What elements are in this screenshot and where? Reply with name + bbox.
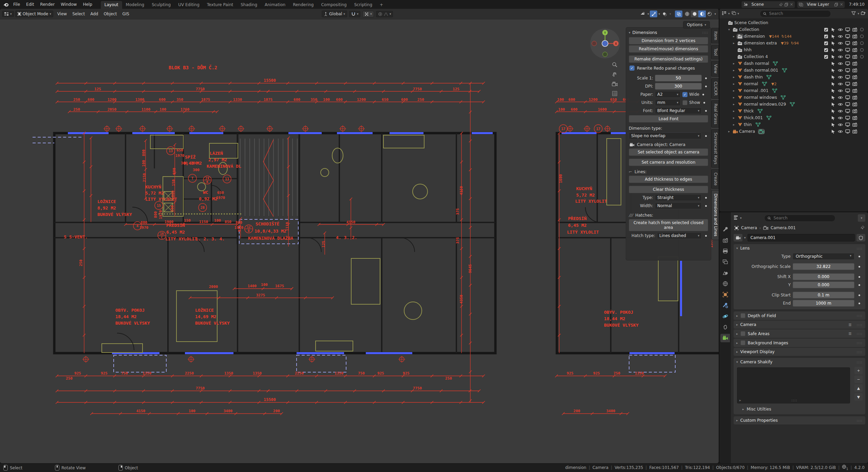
duplicate-icon[interactable] <box>834 3 838 6</box>
viewport-disable-toggle[interactable] <box>844 95 851 99</box>
panel-header[interactable]: ▸Camera☰:::: <box>734 321 865 329</box>
properties-tab-object-data[interactable] <box>720 334 730 342</box>
expand-caret-icon[interactable]: ▸ <box>732 41 736 45</box>
view-layer-name[interactable]: View Layer <box>805 2 833 7</box>
exclude-checkbox[interactable] <box>823 48 830 52</box>
render-disable-toggle[interactable] <box>851 82 858 86</box>
hide-toggle[interactable] <box>837 55 844 59</box>
clear-thickness-button[interactable]: Clear thickness <box>629 186 708 193</box>
lens-panel-header[interactable]: ▾Lens:::: <box>734 244 865 252</box>
selectable-toggle[interactable] <box>830 82 837 86</box>
render-disable-toggle[interactable] <box>851 34 858 38</box>
properties-search[interactable] <box>764 215 835 222</box>
render-disable-toggle[interactable] <box>851 28 858 32</box>
viewport-disable-toggle[interactable] <box>844 41 851 45</box>
realtime-dimensions-button[interactable]: Realtime(mouse) dimensions <box>629 45 708 53</box>
camera-datablock-icon[interactable] <box>734 234 742 241</box>
outliner-row[interactable]: ▸thick <box>720 108 867 114</box>
hide-toggle[interactable] <box>837 41 844 45</box>
viewport-disable-toggle[interactable] <box>844 75 851 79</box>
outliner-row[interactable]: ▸dash normal.001 <box>720 67 867 74</box>
outliner-row[interactable]: ▸thick.001 <box>720 114 867 121</box>
viewport-disable-toggle[interactable] <box>844 48 851 52</box>
set-camera-resolution-button[interactable]: Set camera and resolution <box>629 159 708 166</box>
sidebar-tab-view[interactable]: View <box>711 61 719 77</box>
selectable-toggle[interactable] <box>830 109 837 113</box>
workspace-tab-texture-paint[interactable]: Texture Paint <box>203 1 237 9</box>
expand-caret-icon[interactable]: ▸ <box>732 75 736 79</box>
workspace-tab-modeling[interactable]: Modeling <box>122 1 148 9</box>
workspace-tab-uv-editing[interactable]: UV Editing <box>174 1 203 9</box>
selectable-toggle[interactable] <box>830 116 837 120</box>
expand-caret-icon[interactable]: ▸ <box>732 35 736 38</box>
sidebar-tab-tool[interactable]: Tool <box>711 45 719 59</box>
hatch-type-dropdown[interactable]: Lines dashed▾ <box>657 232 702 239</box>
camera-view-icon[interactable] <box>612 81 618 88</box>
render-disable-toggle[interactable] <box>851 109 858 113</box>
properties-tab-physics[interactable] <box>720 312 730 321</box>
viewport-disable-toggle[interactable] <box>844 129 851 133</box>
viewport-disable-toggle[interactable] <box>844 82 851 86</box>
set-selected-camera-button[interactable]: Set selected object as camera <box>629 148 708 156</box>
expand-caret-icon[interactable]: ▾ <box>727 28 731 31</box>
selectable-toggle[interactable] <box>830 28 837 32</box>
selectable-toggle[interactable] <box>830 41 837 46</box>
move-down-button[interactable]: ▼ <box>854 393 863 401</box>
panel-checkbox[interactable] <box>740 331 746 336</box>
properties-tab-modifiers[interactable] <box>720 301 730 310</box>
pin-icon[interactable] <box>779 3 783 6</box>
dimension-type-dropdown[interactable]: Slope no overlap▾ <box>629 132 702 139</box>
outliner-search[interactable] <box>760 10 831 17</box>
hide-toggle[interactable] <box>837 35 844 38</box>
render-disable-toggle[interactable] <box>851 123 858 127</box>
scale-field[interactable]: 50 <box>655 75 702 81</box>
workspace-tab-layout[interactable]: Layout <box>101 1 122 9</box>
selectable-toggle[interactable] <box>830 55 837 59</box>
3d-viewport[interactable]: ▾ Object Mode ▾ ViewSelectAddObjectGIS G… <box>0 9 719 463</box>
selectable-toggle[interactable] <box>830 61 837 66</box>
snap-toggle[interactable]: ▾ <box>362 11 374 17</box>
viewport-disable-toggle[interactable] <box>844 109 851 113</box>
sidebar-tab-clickr[interactable]: CLICKR <box>711 78 719 99</box>
selectability-visibility-dropdown[interactable] <box>639 11 646 17</box>
render-disable-toggle[interactable] <box>851 116 858 120</box>
scene-selector[interactable]: Scene × <box>741 1 795 8</box>
line-width-dropdown[interactable]: Normal▾ <box>655 202 702 209</box>
clip-start-field[interactable]: 0.1 m <box>793 292 854 298</box>
render-disable-toggle[interactable] <box>851 61 858 66</box>
workspace-tab-shading[interactable]: Shading <box>237 1 261 9</box>
hide-toggle[interactable] <box>837 123 844 127</box>
render-disable-toggle[interactable] <box>851 95 858 99</box>
panel-header[interactable]: ▸Background Images:::: <box>734 339 865 347</box>
menu-help[interactable]: Help <box>80 1 95 8</box>
selectable-toggle[interactable] <box>830 95 837 100</box>
viewport-disable-toggle[interactable] <box>844 34 851 38</box>
shading-material-button[interactable] <box>698 11 706 17</box>
viewport-disable-toggle[interactable] <box>844 28 851 32</box>
outliner-row[interactable]: ▾Collection <box>720 26 867 33</box>
close-icon[interactable]: × <box>840 2 843 7</box>
panel-checkbox[interactable] <box>740 313 746 318</box>
move-view-icon[interactable] <box>612 72 618 78</box>
panel-menu-icon[interactable]: ☰ <box>849 323 852 327</box>
render-disable-toggle[interactable] <box>851 75 858 79</box>
new-collection-icon[interactable] <box>861 11 866 16</box>
add-thickness-button[interactable]: Add thickness to edges <box>629 176 708 183</box>
outliner-row[interactable]: ▸normal▼2 <box>720 80 867 87</box>
xray-toggle[interactable] <box>675 11 682 17</box>
render-disable-toggle[interactable] <box>851 89 858 93</box>
datablock-name-field[interactable]: Camera.001 <box>748 234 855 241</box>
view-layer-selector[interactable]: View Layer × <box>797 1 845 8</box>
exclude-checkbox[interactable] <box>823 28 830 32</box>
viewport-menu-select[interactable]: Select <box>70 11 88 17</box>
hide-toggle[interactable] <box>837 130 844 133</box>
shading-solid-button[interactable] <box>691 11 698 17</box>
expand-caret-icon[interactable]: ▸ <box>732 103 736 106</box>
outliner-row[interactable]: ▸dash thin <box>720 74 867 80</box>
properties-search-input[interactable] <box>773 215 832 221</box>
options-button[interactable]: Options▾ <box>683 21 710 29</box>
units-dropdown[interactable]: mm▾ <box>655 99 681 106</box>
expand-caret-icon[interactable]: ▸ <box>727 130 731 133</box>
expand-caret-icon[interactable]: ▸ <box>732 109 736 113</box>
exclude-checkbox[interactable] <box>823 55 830 59</box>
